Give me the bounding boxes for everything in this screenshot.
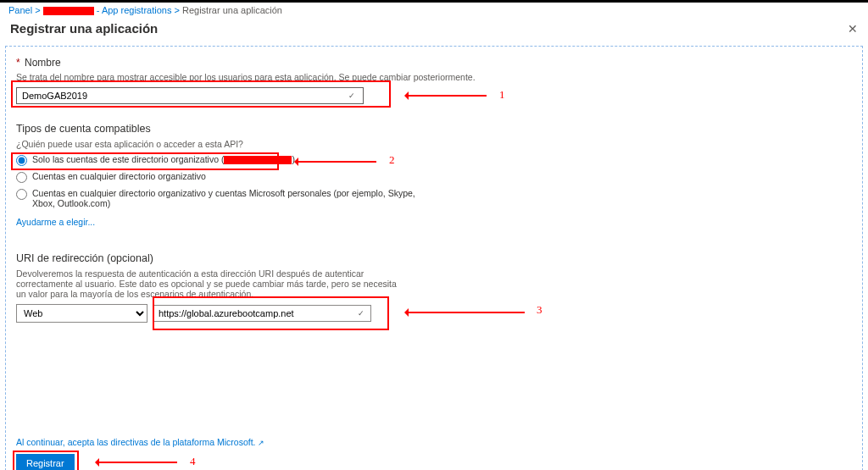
help-choose-link[interactable]: Ayudarme a elegir... — [16, 217, 95, 227]
account-option-own-directory[interactable]: Solo las cuentas de este directorio orga… — [16, 154, 852, 166]
redirect-section: URI de redirección (opcional) Devolverem… — [16, 252, 852, 323]
radio-any-org-personal[interactable] — [16, 189, 27, 200]
radio-any-org[interactable] — [16, 172, 27, 183]
platform-policies-link[interactable]: Al continuar, acepta las directivas de l… — [16, 437, 264, 447]
annotation-4: 4 — [190, 455, 196, 468]
breadcrumb-current: Registrar una aplicación — [182, 5, 282, 15]
annotation-3: 3 — [537, 303, 542, 317]
annotation-2: 2 — [389, 153, 395, 167]
accounts-section: Tipos de cuenta compatibles ¿Quién puede… — [16, 123, 852, 227]
radio-own-directory[interactable] — [16, 155, 27, 166]
redirect-uri-input[interactable] — [153, 305, 371, 322]
account-option-any-org-personal[interactable]: Cuentas en cualquier directorio organiza… — [16, 188, 423, 208]
footer-area: Al continuar, acepta las directivas de l… — [16, 437, 852, 470]
register-button[interactable]: Registrar — [16, 454, 75, 470]
page-title: Registrar una aplicación — [10, 21, 158, 36]
breadcrumb-panel[interactable]: Panel — [8, 5, 32, 15]
account-option-any-org[interactable]: Cuentas en cualquier directorio organiza… — [16, 171, 852, 183]
content-panel: * Nombre Se trata del nombre para mostra… — [5, 46, 863, 470]
annotation-1: 1 — [499, 88, 505, 102]
redirect-platform-select[interactable]: Web — [16, 304, 147, 323]
accounts-title: Tipos de cuenta compatibles — [16, 123, 852, 135]
required-asterisk: * — [16, 57, 20, 69]
accounts-help: ¿Quién puede usar esta aplicación o acce… — [16, 139, 852, 149]
redirect-title: URI de redirección (opcional) — [16, 252, 852, 264]
breadcrumb-appreg[interactable]: - App registrations — [97, 5, 172, 15]
name-label: Nombre — [25, 57, 61, 69]
breadcrumb: Panel > - App registrations > Registrar … — [0, 3, 868, 18]
redirect-help: Devolveremos la respuesta de autenticaci… — [16, 268, 406, 299]
breadcrumb-redacted — [43, 7, 94, 15]
name-input[interactable] — [16, 87, 364, 104]
name-section: * Nombre Se trata del nombre para mostra… — [16, 57, 852, 104]
tenant-name-redacted — [224, 156, 292, 164]
name-help: Se trata del nombre para mostrar accesib… — [16, 72, 852, 82]
close-icon[interactable]: ✕ — [848, 22, 858, 36]
external-link-icon: ↗ — [258, 439, 264, 447]
